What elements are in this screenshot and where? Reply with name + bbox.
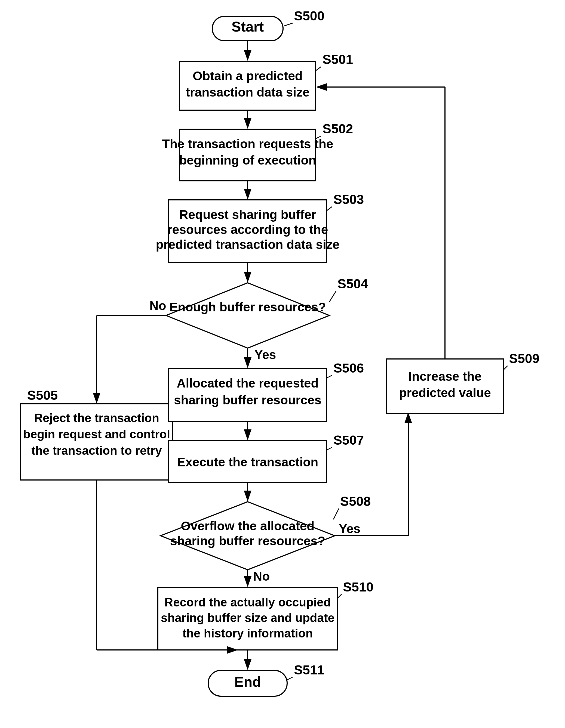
s501-text-1: Obtain a predicted xyxy=(193,69,303,83)
s510-step: S510 xyxy=(343,580,374,594)
s502-text-1: The transaction requests the xyxy=(162,137,334,151)
s509-text-1: Increase the xyxy=(409,369,481,383)
no-label-s504: No xyxy=(149,299,166,313)
s505-step: S505 xyxy=(27,388,58,402)
s503-text-2: resources according to the xyxy=(167,222,328,237)
s503-text-1: Request sharing buffer xyxy=(179,207,316,222)
s510-text-2: sharing buffer size and update xyxy=(161,611,335,624)
s508-text-2: sharing buffer resources? xyxy=(170,534,325,548)
s504-text-1: Enough buffer resources? xyxy=(169,300,326,314)
s501-step: S501 xyxy=(323,52,353,67)
s503-step: S503 xyxy=(334,192,364,207)
s509-text-2: predicted value xyxy=(399,386,491,400)
s506-text-2: sharing buffer resources xyxy=(174,393,322,407)
no-label-s508: No xyxy=(253,569,270,583)
yes-label-s508: Yes xyxy=(339,522,360,536)
s500-label: S500 xyxy=(294,9,325,23)
reject-text-2: begin request and control xyxy=(23,427,170,441)
s508-text-1: Overflow the allocated xyxy=(181,519,315,533)
flowchart: Start S500 Obtain a predicted transactio… xyxy=(0,0,565,728)
s510-text-3: the history information xyxy=(182,627,313,640)
s507-step: S507 xyxy=(334,433,364,447)
s501-text-2: transaction data size xyxy=(186,85,310,99)
s502-step: S502 xyxy=(323,122,353,136)
s509-step: S509 xyxy=(509,351,539,366)
end-label: End xyxy=(234,674,261,690)
reject-text-3: the transaction to retry xyxy=(31,444,162,457)
s503-text-3: predicted transaction data size xyxy=(156,237,340,252)
start-label: Start xyxy=(231,19,264,35)
yes-label-s504: Yes xyxy=(254,348,276,362)
s506-text-1: Allocated the requested xyxy=(177,376,319,390)
s502-text-2: beginning of execution xyxy=(179,153,316,167)
s508-step: S508 xyxy=(340,494,371,509)
s506-step: S506 xyxy=(334,361,364,375)
s507-text: Execute the transaction xyxy=(177,455,319,469)
s511-step: S511 xyxy=(294,663,325,677)
s504-step: S504 xyxy=(338,277,368,291)
reject-text-1: Reject the transaction xyxy=(34,411,159,425)
s510-text-1: Record the actually occupied xyxy=(164,596,331,609)
